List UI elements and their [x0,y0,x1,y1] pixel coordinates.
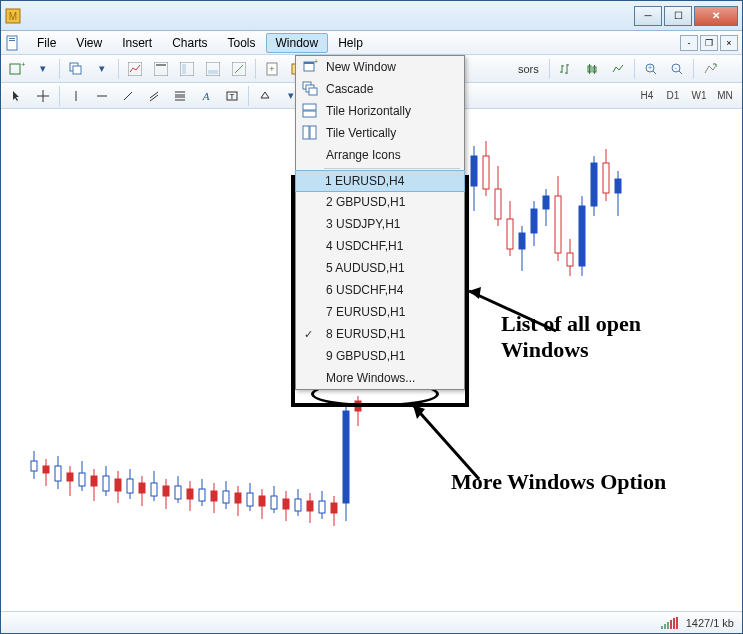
menu-item-tile-vertically[interactable]: Tile Vertically [296,122,464,144]
app-icon: M [5,8,21,24]
bar-chart-button[interactable] [554,58,578,80]
svg-rect-102 [483,156,489,189]
svg-rect-50 [67,473,73,481]
annotation-text-list: List of all open Windows [501,311,641,364]
window-minimize-button[interactable]: ─ [634,6,662,26]
svg-rect-56 [103,476,109,491]
menu-view[interactable]: View [66,33,112,53]
menubar: FileViewInsertChartsToolsWindowHelp - ❐ … [1,31,742,55]
window-item-label: 4 USDCHF,H1 [326,239,403,253]
window-item-label: 8 EURUSD,H1 [326,327,405,341]
mdi-restore-button[interactable]: ❐ [700,35,718,51]
channel-button[interactable] [142,85,166,107]
fibonacci-button[interactable] [168,85,192,107]
menu-item-arrange-icons[interactable]: Arrange Icons [296,144,464,166]
new-window-icon: + [302,59,318,75]
window-item-4[interactable]: 4 USDCHF,H1 [296,235,464,257]
window-item-7[interactable]: 7 EURUSD,H1 [296,301,464,323]
window-item-3[interactable]: 3 USDJPY,H1 [296,213,464,235]
svg-text:-: - [675,64,678,71]
svg-rect-64 [151,483,157,496]
svg-rect-104 [495,189,501,219]
svg-rect-48 [55,466,61,481]
svg-rect-112 [543,196,549,209]
market-watch-button[interactable] [123,58,147,80]
window-item-1[interactable]: 1 EURUSD,H4 [295,170,465,192]
svg-line-28 [679,71,682,74]
svg-rect-132 [303,111,316,117]
window-item-5[interactable]: 5 AUDUSD,H1 [296,257,464,279]
crosshair-button[interactable] [31,85,55,107]
svg-text:M: M [9,11,17,22]
vertical-line-button[interactable] [64,85,88,107]
navigator-button[interactable] [175,58,199,80]
menu-separator [324,168,460,169]
menu-item-label: Arrange Icons [326,148,401,162]
text-label-button[interactable]: T [220,85,244,107]
menu-item-new-window[interactable]: +New Window [296,56,464,78]
profiles-button[interactable] [64,58,88,80]
more-windows-item[interactable]: More Windows... [296,367,464,389]
menu-window[interactable]: Window [266,33,329,53]
menu-tools[interactable]: Tools [218,33,266,53]
timeframe-w1-button[interactable]: W1 [686,86,712,106]
svg-rect-82 [259,496,265,506]
window-item-8[interactable]: ✓8 EURUSD,H1 [296,323,464,345]
window-item-2[interactable]: 2 GBPUSD,H1 [296,191,464,213]
arrows-button[interactable] [253,85,277,107]
window-menu-dropdown: +New WindowCascadeTile HorizontallyTile … [295,55,465,390]
svg-rect-54 [91,476,97,486]
more-windows-label: More Windows... [326,371,415,385]
menu-item-tile-horizontally[interactable]: Tile Horizontally [296,100,464,122]
window-item-9[interactable]: 9 GBPUSD,H1 [296,345,464,367]
window-item-label: 5 AUDUSD,H1 [326,261,405,275]
profiles-dropdown[interactable]: ▾ [90,58,114,80]
data-window-button[interactable] [149,58,173,80]
svg-rect-84 [271,496,277,509]
svg-rect-133 [303,126,309,139]
timeframe-mn-button[interactable]: MN [712,86,738,106]
svg-rect-4 [9,40,15,41]
timeframe-h4-button[interactable]: H4 [634,86,660,106]
trendline-button[interactable] [116,85,140,107]
menu-item-label: Tile Vertically [326,126,396,140]
svg-rect-88 [295,499,301,511]
zoom-out-button[interactable]: - [665,58,689,80]
horizontal-line-button[interactable] [90,85,114,107]
window-item-6[interactable]: 6 USDCHF,H4 [296,279,464,301]
new-order-button[interactable]: + [260,58,284,80]
svg-rect-58 [115,479,121,491]
menu-item-cascade[interactable]: Cascade [296,78,464,100]
svg-rect-66 [163,486,169,496]
menu-help[interactable]: Help [328,33,373,53]
cursor-button[interactable] [5,85,29,107]
menu-item-label: Tile Horizontally [326,104,411,118]
zoom-in-button[interactable]: + [639,58,663,80]
candle-chart-button[interactable] [580,58,604,80]
new-chart-button[interactable]: + [5,58,29,80]
text-button[interactable]: A [194,85,218,107]
timeframe-d1-button[interactable]: D1 [660,86,686,106]
terminal-button[interactable] [201,58,225,80]
auto-scroll-button[interactable] [698,58,722,80]
menu-charts[interactable]: Charts [162,33,217,53]
svg-rect-114 [555,196,561,253]
line-chart-button[interactable] [606,58,630,80]
mdi-close-button[interactable]: × [720,35,738,51]
svg-rect-44 [31,461,37,471]
mdi-minimize-button[interactable]: - [680,35,698,51]
strategy-tester-button[interactable] [227,58,251,80]
svg-rect-110 [531,209,537,233]
svg-rect-126 [304,62,314,64]
window-close-button[interactable]: ✕ [694,6,738,26]
menu-insert[interactable]: Insert [112,33,162,53]
menu-file[interactable]: File [27,33,66,53]
window-maximize-button[interactable]: ☐ [664,6,692,26]
statusbar: 1427/1 kb [1,611,742,633]
expert-advisors-label-partial[interactable]: sors [512,63,545,75]
svg-rect-98 [355,401,361,411]
new-chart-dropdown[interactable]: ▾ [31,58,55,80]
window-item-label: 2 GBPUSD,H1 [326,195,405,209]
window-item-label: 9 GBPUSD,H1 [326,349,405,363]
svg-rect-106 [507,219,513,249]
